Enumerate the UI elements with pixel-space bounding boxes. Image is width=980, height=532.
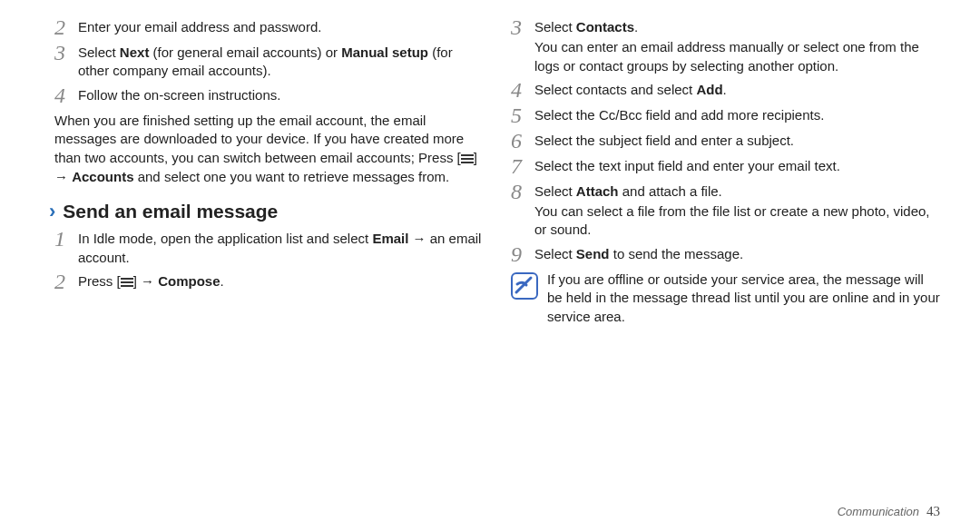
text: Select — [534, 19, 576, 34]
chevron-right-icon: › — [49, 202, 55, 222]
right-column: 3 Select Contacts. You can enter an emai… — [511, 18, 940, 532]
left-column: 2 Enter your email address and password.… — [54, 18, 484, 532]
finished-paragraph: When you are finished setting up the ema… — [54, 112, 484, 187]
text: Select — [534, 183, 576, 199]
send-step-7: 7 Select the text input field and enter … — [511, 157, 940, 177]
bold-next: Next — [120, 44, 150, 60]
svg-rect-2 — [461, 162, 474, 163]
step-text: Follow the on-screen instructions. — [78, 86, 484, 104]
send-step-1: 1 In Idle mode, open the application lis… — [54, 230, 484, 267]
step-text: Select contacts and select Add. — [534, 81, 940, 99]
menu-icon — [461, 154, 474, 163]
step-number: 4 — [54, 84, 78, 106]
bold-compose: Compose — [158, 273, 220, 289]
info-text: If you are offline or outside your servi… — [547, 271, 940, 327]
setup-step-4: 4 Follow the on-screen instructions. — [54, 86, 484, 106]
setup-step-3: 3 Select Next (for general email account… — [54, 44, 484, 81]
send-step-3: 3 Select Contacts. You can enter an emai… — [511, 18, 940, 75]
step-text: Select the subject field and enter a sub… — [534, 132, 940, 150]
step-number: 8 — [511, 181, 534, 202]
send-step-5: 5 Select the Cc/Bcc field and add more r… — [511, 106, 940, 126]
text: and select one you want to retrieve mess… — [134, 169, 450, 184]
menu-icon — [121, 278, 133, 287]
footer-section: Communication — [838, 505, 919, 518]
bold-accounts: Accounts — [72, 169, 133, 184]
text: to send the message. — [610, 246, 744, 261]
bold-add: Add — [696, 82, 722, 97]
text: Select — [78, 44, 120, 60]
step-number: 9 — [511, 243, 534, 265]
step-number: 2 — [54, 271, 78, 292]
step-note: You can select a file from the file list… — [534, 202, 940, 240]
step-text: Select Contacts. You can enter an email … — [534, 18, 940, 75]
send-step-8: 8 Select Attach and attach a file. You c… — [511, 182, 940, 240]
svg-rect-1 — [461, 158, 474, 160]
text: Select contacts and select — [534, 82, 696, 97]
footer-page-number: 43 — [926, 504, 940, 519]
step-text: Select Attach and attach a file. You can… — [534, 182, 940, 240]
page-footer: Communication 43 — [838, 504, 940, 519]
text: . — [723, 82, 727, 97]
step-text: In Idle mode, open the application list … — [78, 230, 484, 267]
bold-attach: Attach — [576, 183, 619, 199]
step-number: 3 — [54, 42, 78, 64]
send-step-6: 6 Select the subject field and enter a s… — [511, 132, 940, 152]
text: When you are finished setting up the ema… — [54, 113, 464, 165]
send-step-4: 4 Select contacts and select Add. — [511, 81, 940, 101]
bold-email: Email — [372, 231, 408, 246]
step-number: 3 — [511, 16, 534, 38]
svg-rect-4 — [121, 281, 133, 283]
svg-rect-3 — [121, 278, 133, 280]
bold-contacts: Contacts — [576, 19, 634, 34]
step-text: Select the Cc/Bcc field and add more rec… — [534, 106, 940, 124]
step-number: 1 — [54, 228, 78, 250]
step-note: You can enter an email address manually … — [534, 38, 940, 75]
step-text: Select Next (for general email accounts)… — [78, 44, 484, 81]
text: (for general email accounts) or — [149, 44, 341, 60]
step-text: Enter your email address and password. — [78, 18, 484, 36]
text: Select — [534, 246, 576, 261]
step-number: 4 — [511, 79, 534, 101]
send-step-9: 9 Select Send to send the message. — [511, 245, 940, 265]
step-number: 6 — [511, 130, 534, 152]
text: . — [220, 273, 224, 289]
page: 2 Enter your email address and password.… — [0, 0, 980, 532]
svg-rect-5 — [121, 285, 133, 287]
info-icon — [511, 272, 538, 300]
send-step-2: 2 Press [] → Compose. — [54, 272, 484, 292]
step-number: 5 — [511, 104, 534, 126]
step-number: 7 — [511, 155, 534, 177]
text: and attach a file. — [619, 183, 722, 199]
bold-send: Send — [576, 246, 610, 261]
text: Press [ — [78, 273, 121, 289]
heading-text: Send an email message — [63, 201, 278, 222]
bold-manual-setup: Manual setup — [341, 44, 428, 60]
text: ] → — [133, 273, 159, 289]
step-text: Press [] → Compose. — [78, 272, 484, 291]
step-text: Select the text input field and enter yo… — [534, 157, 940, 175]
svg-rect-0 — [461, 154, 474, 156]
setup-step-2: 2 Enter your email address and password. — [54, 18, 484, 38]
text: In Idle mode, open the application list … — [78, 231, 372, 246]
section-heading: › Send an email message — [49, 201, 484, 222]
text: . — [634, 19, 638, 34]
step-number: 2 — [54, 16, 78, 38]
step-text: Select Send to send the message. — [534, 245, 940, 263]
info-note: If you are offline or outside your servi… — [511, 271, 940, 327]
